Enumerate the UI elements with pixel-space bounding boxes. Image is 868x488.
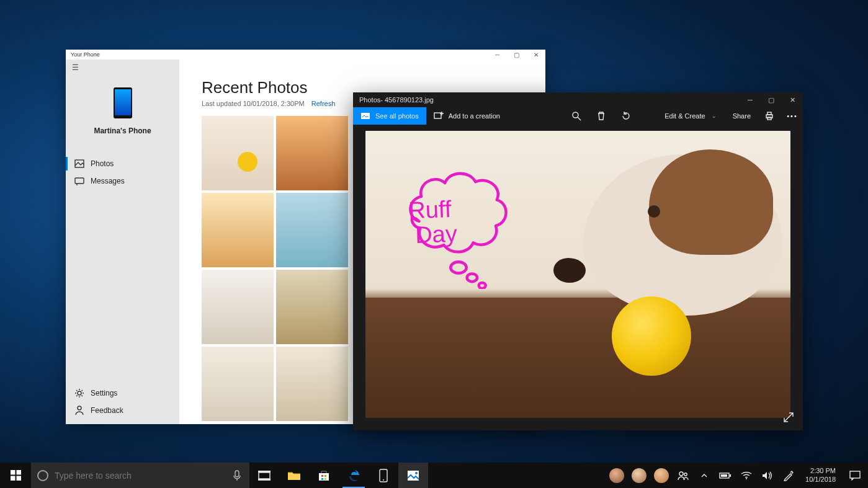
more-button[interactable]: ••• bbox=[782, 107, 803, 125]
chevron-down-icon: ⌄ bbox=[712, 113, 717, 119]
svg-rect-38 bbox=[850, 471, 860, 478]
photo-thumbnail[interactable] bbox=[276, 347, 348, 421]
ink-annotation-text: Ruff Day bbox=[408, 197, 458, 248]
add-to-creation-button[interactable]: Add to a creation bbox=[426, 107, 508, 125]
photo-thumbnail[interactable] bbox=[276, 193, 348, 267]
svg-rect-36 bbox=[721, 474, 727, 477]
battery-button[interactable] bbox=[715, 463, 736, 488]
svg-rect-18 bbox=[16, 476, 21, 481]
photo-thumbnail[interactable] bbox=[276, 270, 348, 344]
svg-rect-20 bbox=[259, 472, 270, 479]
sidebar-item-label: Messages bbox=[91, 177, 125, 185]
maximize-button[interactable]: ▢ bbox=[507, 50, 526, 60]
sidebar-item-label: Photos bbox=[91, 159, 114, 168]
svg-point-5 bbox=[78, 406, 81, 410]
svg-rect-1 bbox=[115, 89, 131, 115]
more-icon: ••• bbox=[787, 112, 798, 120]
svg-rect-15 bbox=[11, 470, 16, 475]
fullscreen-button[interactable] bbox=[782, 410, 795, 424]
phone-name: Martina's Phone bbox=[94, 126, 151, 135]
photo-thumbnail[interactable] bbox=[202, 270, 274, 344]
mic-icon[interactable] bbox=[231, 470, 243, 481]
action-center-button[interactable] bbox=[842, 463, 868, 488]
close-button[interactable]: ✕ bbox=[526, 50, 545, 60]
photo-thumbnail[interactable] bbox=[276, 116, 348, 190]
phone-preview: Martina's Phone bbox=[66, 76, 179, 144]
your-phone-title: Your Phone bbox=[66, 51, 100, 58]
photo-canvas[interactable]: Ruff Day bbox=[353, 125, 803, 430]
svg-point-33 bbox=[684, 472, 687, 475]
people-avatar-3[interactable] bbox=[650, 463, 673, 488]
zoom-button[interactable] bbox=[564, 107, 589, 125]
close-button[interactable]: ✕ bbox=[782, 92, 803, 107]
edge-button[interactable] bbox=[339, 463, 369, 488]
svg-rect-22 bbox=[258, 479, 271, 481]
svg-rect-17 bbox=[11, 476, 16, 481]
wifi-icon bbox=[741, 471, 752, 480]
edit-create-label: Edit & Create bbox=[664, 112, 705, 120]
taskview-button[interactable] bbox=[249, 463, 279, 488]
wifi-button[interactable] bbox=[736, 463, 757, 488]
svg-point-14 bbox=[479, 283, 486, 288]
last-updated-text: Last updated 10/01/2018, 2:30PM bbox=[202, 100, 305, 107]
svg-rect-10 bbox=[767, 112, 771, 115]
add-creation-icon bbox=[434, 111, 444, 121]
sidebar-item-photos[interactable]: Photos bbox=[66, 155, 179, 172]
photo-thumbnail[interactable] bbox=[202, 116, 274, 190]
file-explorer-button[interactable] bbox=[279, 463, 309, 488]
maximize-button[interactable]: ▢ bbox=[761, 92, 782, 107]
svg-point-4 bbox=[78, 391, 81, 395]
see-all-label: See all photos bbox=[375, 112, 419, 120]
edit-create-button[interactable]: Edit & Create ⌄ bbox=[653, 107, 722, 125]
photo-thumbnail[interactable] bbox=[202, 193, 274, 267]
clock-button[interactable]: 2:30 PM 10/1/2018 bbox=[799, 463, 842, 488]
taskbar: 2:30 PM 10/1/2018 bbox=[0, 463, 868, 488]
sidebar-item-feedback[interactable]: Feedback bbox=[66, 402, 179, 419]
photo-image: Ruff Day bbox=[365, 131, 790, 418]
svg-point-13 bbox=[467, 273, 477, 282]
minimize-button[interactable]: ─ bbox=[488, 50, 507, 60]
photos-toolbar: See all photos Add to a creation Edit & … bbox=[353, 107, 803, 125]
ink-workspace-button[interactable] bbox=[778, 463, 799, 488]
sidebar-item-messages[interactable]: Messages bbox=[66, 172, 179, 190]
share-button[interactable]: Share bbox=[723, 107, 757, 125]
people-avatar-1[interactable] bbox=[606, 463, 628, 488]
microsoft-store-button[interactable] bbox=[309, 463, 339, 488]
taskview-icon bbox=[258, 471, 271, 481]
hamburger-icon[interactable]: ☰ bbox=[66, 60, 179, 76]
photos-app-icon bbox=[407, 470, 419, 481]
search-input[interactable] bbox=[55, 471, 225, 481]
collection-icon bbox=[360, 111, 370, 121]
phone-icon bbox=[379, 469, 388, 482]
svg-rect-3 bbox=[75, 178, 84, 184]
photos-titlebar[interactable]: Photos- 4567890123.jpg ─ ▢ ✕ bbox=[353, 92, 803, 107]
your-phone-taskbar-button[interactable] bbox=[369, 463, 398, 488]
notification-icon bbox=[849, 471, 861, 481]
print-icon bbox=[764, 111, 774, 121]
sidebar-item-settings[interactable]: Settings bbox=[66, 384, 179, 402]
refresh-link[interactable]: Refresh bbox=[311, 100, 336, 107]
speaker-icon bbox=[762, 471, 773, 481]
people-button[interactable] bbox=[673, 463, 694, 488]
see-all-photos-button[interactable]: See all photos bbox=[353, 107, 426, 125]
svg-rect-6 bbox=[361, 113, 370, 119]
start-button[interactable] bbox=[0, 463, 31, 488]
svg-rect-26 bbox=[321, 478, 323, 480]
photos-taskbar-button[interactable] bbox=[398, 463, 428, 488]
photos-title: Photos- 4567890123.jpg bbox=[353, 96, 434, 104]
rotate-button[interactable] bbox=[614, 107, 638, 125]
store-icon bbox=[318, 469, 330, 482]
battery-icon bbox=[719, 472, 732, 479]
delete-button[interactable] bbox=[589, 107, 614, 125]
your-phone-titlebar[interactable]: Your Phone ─ ▢ ✕ bbox=[66, 50, 545, 60]
volume-button[interactable] bbox=[757, 463, 778, 488]
tray-overflow-button[interactable] bbox=[694, 463, 715, 488]
sidebar-item-label: Settings bbox=[91, 389, 117, 397]
minimize-button[interactable]: ─ bbox=[740, 92, 761, 107]
sidebar-item-label: Feedback bbox=[91, 406, 123, 415]
people-avatar-2[interactable] bbox=[628, 463, 650, 488]
photo-thumbnail[interactable] bbox=[202, 347, 274, 421]
photos-window: Photos- 4567890123.jpg ─ ▢ ✕ See all pho… bbox=[353, 92, 803, 430]
print-button[interactable] bbox=[757, 107, 782, 125]
search-box[interactable] bbox=[31, 463, 249, 488]
